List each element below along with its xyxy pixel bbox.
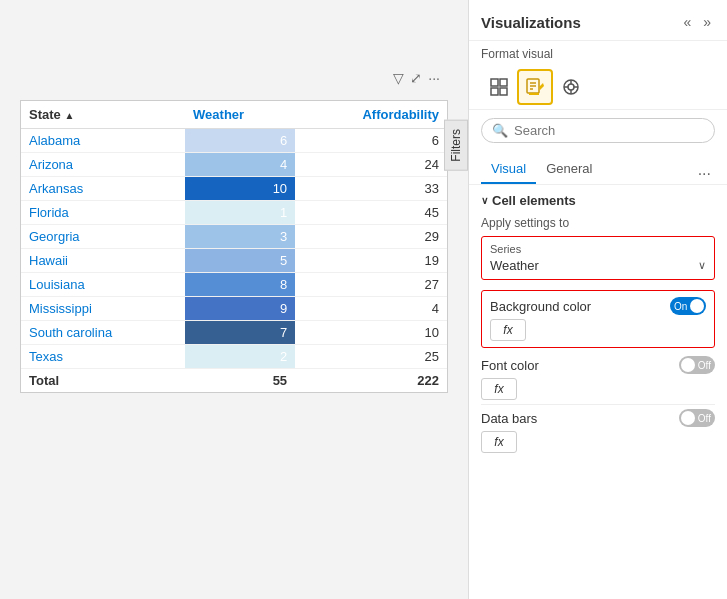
table-row: Arizona424 (21, 153, 447, 177)
format-visual-label: Format visual (469, 41, 727, 65)
series-label: Series (490, 243, 706, 255)
font-color-section: Font color Off fx (481, 356, 715, 400)
sort-arrow[interactable]: ▲ (64, 110, 74, 121)
bg-color-fx-btn[interactable]: fx (490, 319, 526, 341)
font-color-fx-btn[interactable]: fx (481, 378, 517, 400)
state-cell: Texas (21, 345, 185, 369)
bg-color-row: Background color On (490, 297, 706, 315)
bg-color-toggle[interactable]: On (670, 297, 706, 315)
chevron-down-icon: ∨ (481, 195, 488, 206)
table-toolbar: ▽ ⤢ ··· (393, 70, 440, 86)
search-input[interactable] (514, 123, 704, 138)
format-paint-icon (525, 77, 545, 97)
grid-icon (489, 77, 509, 97)
weather-cell: 1 (185, 201, 295, 225)
state-col-header: State ▲ (21, 101, 185, 129)
cell-elements-section: ∨ Cell elements Apply settings to Series… (469, 185, 727, 461)
afford-cell: 19 (295, 249, 447, 273)
svg-rect-1 (500, 79, 507, 86)
filter-icon[interactable]: ▽ (393, 70, 404, 86)
tab-visual[interactable]: Visual (481, 155, 536, 184)
dropdown-arrow-icon: ∨ (698, 259, 706, 272)
total-row: Total55222 (21, 369, 447, 393)
viz-header: Visualizations « » (469, 0, 727, 41)
toggle-on-text: On (674, 301, 687, 312)
bg-color-label: Background color (490, 299, 591, 314)
toggle-off-text-2: Off (698, 413, 711, 424)
series-dropdown[interactable]: Weather ∨ (490, 258, 706, 273)
viz-title: Visualizations (481, 14, 581, 31)
more-icon[interactable]: ··· (428, 70, 440, 86)
state-cell: Alabama (21, 129, 185, 153)
data-bars-label: Data bars (481, 411, 537, 426)
visualizations-panel: Visualizations « » Format visual (468, 0, 727, 599)
state-cell: South carolina (21, 321, 185, 345)
table-row: Georgria329 (21, 225, 447, 249)
data-bars-fx-btn[interactable]: fx (481, 431, 517, 453)
tab-general[interactable]: General (536, 155, 602, 184)
state-cell: Arizona (21, 153, 185, 177)
font-color-row: Font color Off (481, 356, 715, 374)
toggle-off-text: Off (698, 360, 711, 371)
afford-cell: 33 (295, 177, 447, 201)
nav-left-btn[interactable]: « (679, 12, 695, 32)
weather-cell: 7 (185, 321, 295, 345)
weather-cell: 6 (185, 129, 295, 153)
analytics-icon-btn[interactable] (553, 69, 589, 105)
tabs: Visual General ... (469, 151, 727, 185)
grid-icon-btn[interactable] (481, 69, 517, 105)
afford-cell: 24 (295, 153, 447, 177)
total-afford: 222 (295, 369, 447, 393)
weather-cell: 5 (185, 249, 295, 273)
left-panel: Filters ▽ ⤢ ··· State ▲ Weather Affordab… (0, 0, 468, 599)
table-row: Florida145 (21, 201, 447, 225)
weather-cell: 8 (185, 273, 295, 297)
afford-cell: 4 (295, 297, 447, 321)
total-weather: 55 (185, 369, 295, 393)
weather-cell: 10 (185, 177, 295, 201)
nav-right-btn[interactable]: » (699, 12, 715, 32)
weather-cell: 3 (185, 225, 295, 249)
series-box: Series Weather ∨ (481, 236, 715, 280)
svg-rect-3 (500, 88, 507, 95)
font-color-toggle[interactable]: Off (679, 356, 715, 374)
separator (481, 404, 715, 405)
afford-cell: 6 (295, 129, 447, 153)
svg-point-11 (568, 84, 574, 90)
table-row: Arkansas1033 (21, 177, 447, 201)
state-cell: Arkansas (21, 177, 185, 201)
apply-settings-label: Apply settings to (481, 216, 715, 230)
table-row: Alabama66 (21, 129, 447, 153)
expand-icon[interactable]: ⤢ (410, 70, 422, 86)
tab-more-btn[interactable]: ... (694, 157, 715, 183)
data-table: State ▲ Weather Affordability Alabama66A… (20, 100, 448, 393)
data-bars-toggle[interactable]: Off (679, 409, 715, 427)
table-row: Hawaii519 (21, 249, 447, 273)
table-row: Mississippi94 (21, 297, 447, 321)
table-row: South carolina710 (21, 321, 447, 345)
search-icon: 🔍 (492, 123, 508, 138)
weather-col-header: Weather (185, 101, 295, 129)
toggle-knob (690, 299, 704, 313)
format-icon-btn[interactable] (517, 69, 553, 105)
state-cell: Hawaii (21, 249, 185, 273)
toggle-knob-off (681, 358, 695, 372)
filters-tab[interactable]: Filters (444, 120, 468, 171)
viz-nav: « » (679, 12, 715, 32)
search-bar: 🔍 (481, 118, 715, 143)
table-row: Louisiana827 (21, 273, 447, 297)
data-bars-section: Data bars Off fx (481, 409, 715, 453)
afford-cell: 10 (295, 321, 447, 345)
afford-col-header: Affordability (295, 101, 447, 129)
state-cell: Florida (21, 201, 185, 225)
afford-cell: 45 (295, 201, 447, 225)
afford-cell: 29 (295, 225, 447, 249)
afford-cell: 25 (295, 345, 447, 369)
table-row: Texas225 (21, 345, 447, 369)
state-cell: Georgria (21, 225, 185, 249)
weather-cell: 9 (185, 297, 295, 321)
cell-elements-header[interactable]: ∨ Cell elements (481, 193, 715, 208)
weather-cell: 2 (185, 345, 295, 369)
icon-bar (469, 65, 727, 110)
svg-rect-0 (491, 79, 498, 86)
